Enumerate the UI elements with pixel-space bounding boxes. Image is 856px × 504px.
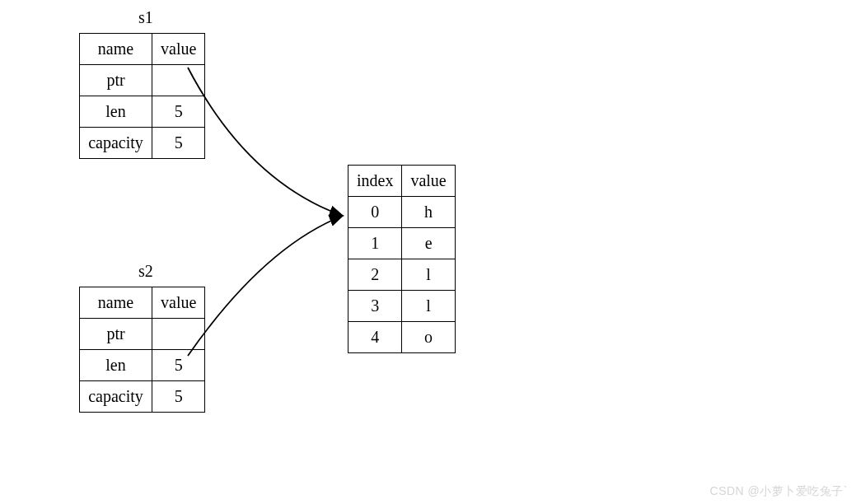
s2-row-len-name: len [80,350,152,381]
table-row: index value [348,166,456,197]
s2-header-name: name [80,287,152,319]
table-row: capacity 5 [80,128,205,159]
table-row: 4 o [348,322,456,353]
arrow-s2-ptr-to-heap [188,216,343,356]
s1-row-len-value: 5 [152,96,205,128]
heap-row-4-index: 4 [348,322,402,353]
table-row: 1 e [348,228,456,259]
table-row: name value [80,34,205,65]
s1-title: s1 [138,8,153,27]
table-row: ptr [80,319,205,350]
s2-row-ptr-name: ptr [80,319,152,350]
table-row: ptr [80,65,205,96]
heap-row-2-value: l [402,259,455,291]
heap-row-1-index: 1 [348,228,402,259]
s1-row-capacity-name: capacity [80,128,152,159]
table-row: 3 l [348,291,456,322]
arrow-s1-ptr-to-heap [188,68,343,216]
s2-row-capacity-value: 5 [152,381,205,413]
s1-row-capacity-value: 5 [152,128,205,159]
watermark-text: CSDN @小萝卜爱吃兔子` [710,484,848,499]
heap-row-2-index: 2 [348,259,402,291]
heap-row-1-value: e [402,228,455,259]
table-row: capacity 5 [80,381,205,413]
s2-row-capacity-name: capacity [80,381,152,413]
s1-row-len-name: len [80,96,152,128]
s1-row-ptr-name: ptr [80,65,152,96]
s1-row-ptr-value [152,65,205,96]
table-row: len 5 [80,96,205,128]
s1-header-value: value [152,34,205,65]
s2-header-value: value [152,287,205,319]
heap-header-index: index [348,166,402,197]
table-row: 2 l [348,259,456,291]
table-row: len 5 [80,350,205,381]
s2-row-ptr-value [152,319,205,350]
s1-struct-table: name value ptr len 5 capacity 5 [79,33,205,159]
heap-row-0-index: 0 [348,197,402,228]
heap-row-0-value: h [402,197,455,228]
heap-row-3-index: 3 [348,291,402,322]
heap-buffer-table: index value 0 h 1 e 2 l 3 l 4 o [348,165,456,353]
s2-struct-table: name value ptr len 5 capacity 5 [79,287,205,413]
table-row: name value [80,287,205,319]
table-row: 0 h [348,197,456,228]
heap-row-4-value: o [402,322,455,353]
s2-row-len-value: 5 [152,350,205,381]
s1-header-name: name [80,34,152,65]
s2-title: s2 [138,262,153,281]
heap-row-3-value: l [402,291,455,322]
heap-header-value: value [402,166,455,197]
